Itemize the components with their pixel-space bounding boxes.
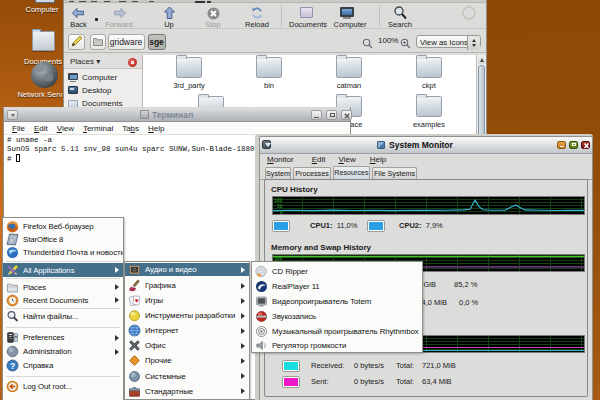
svg-text:100: 100 [274,198,283,203]
svg-text:?: ? [10,361,15,371]
svg-text:50: 50 [277,204,283,209]
